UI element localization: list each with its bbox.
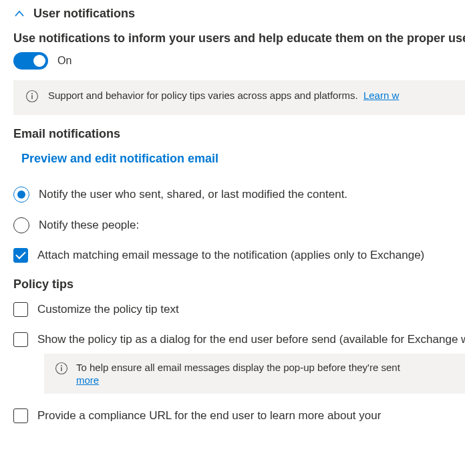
- customize-text-checkbox-row: Customize the policy tip text: [13, 301, 465, 318]
- toggle-state-label: On: [57, 55, 71, 67]
- attach-message-checkbox-row: Attach matching email message to the not…: [13, 247, 465, 264]
- section-description: Use notifications to inform your users a…: [13, 31, 465, 45]
- preview-email-link[interactable]: Preview and edit notification email: [21, 152, 218, 166]
- show-dialog-checkbox-row: Show the policy tip as a dialog for the …: [13, 331, 465, 348]
- customize-text-label: Customize the policy tip text: [37, 301, 179, 318]
- compliance-url-checkbox-row: Provide a compliance URL for the end use…: [13, 407, 465, 425]
- show-dialog-checkbox[interactable]: [13, 332, 28, 347]
- notify-sender-label: Notify the user who sent, shared, or las…: [39, 186, 347, 203]
- nested-more-link[interactable]: more: [76, 374, 400, 386]
- email-notifications-title: Email notifications: [13, 127, 465, 141]
- info-message: Support and behavior for policy tips var…: [48, 90, 358, 101]
- nested-info-message: To help ensure all email messages displa…: [76, 362, 400, 373]
- section-title: User notifications: [33, 7, 135, 21]
- svg-rect-2: [31, 95, 33, 99]
- show-dialog-label: Show the policy tip as a dialog for the …: [37, 331, 465, 348]
- notifications-toggle-row: On: [13, 52, 465, 70]
- attach-message-label: Attach matching email message to the not…: [37, 247, 424, 264]
- attach-message-checkbox[interactable]: [13, 248, 28, 263]
- notify-people-radio[interactable]: [13, 217, 29, 233]
- nested-info-text: To help ensure all email messages displa…: [76, 362, 400, 386]
- notify-sender-radio-row: Notify the user who sent, shared, or las…: [13, 186, 465, 203]
- svg-point-1: [31, 93, 33, 94]
- chevron-up-icon: [13, 8, 25, 20]
- info-text: Support and behavior for policy tips var…: [48, 90, 399, 101]
- compliance-url-label: Provide a compliance URL for the end use…: [37, 407, 381, 425]
- section-header[interactable]: User notifications: [13, 7, 465, 21]
- svg-point-4: [61, 365, 62, 366]
- toggle-knob: [33, 55, 45, 67]
- support-info-box: Support and behavior for policy tips var…: [13, 80, 465, 115]
- show-dialog-info-box: To help ensure all email messages displa…: [44, 354, 465, 394]
- notify-sender-radio[interactable]: [13, 187, 29, 203]
- notify-people-label: Notify these people:: [39, 217, 139, 234]
- learn-more-link[interactable]: Learn w: [363, 90, 399, 101]
- customize-text-checkbox[interactable]: [13, 302, 28, 317]
- info-icon: [25, 90, 39, 106]
- policy-tips-title: Policy tips: [13, 277, 465, 291]
- info-icon: [55, 362, 68, 378]
- compliance-url-checkbox[interactable]: [13, 408, 28, 423]
- notify-people-radio-row: Notify these people:: [13, 217, 465, 234]
- notifications-toggle[interactable]: [13, 52, 48, 70]
- svg-rect-5: [61, 367, 62, 371]
